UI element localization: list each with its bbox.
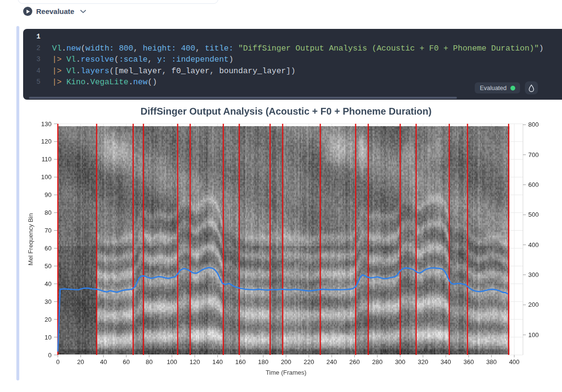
code-line: 3|> Vl.resolve(:scale, y: :independent) (23, 54, 562, 65)
notebook-page: Reevaluate 12Vl.new(width: 800, height: … (0, 0, 562, 392)
chevron-down-icon[interactable] (80, 10, 86, 13)
reevaluate-button[interactable]: Reevaluate (23, 7, 86, 16)
status-badge: Evaluated (475, 82, 520, 93)
code-line: 1 (23, 31, 562, 43)
svg-text:30: 30 (45, 298, 52, 305)
svg-text:100: 100 (528, 331, 539, 339)
play-icon (23, 7, 32, 16)
svg-text:90: 90 (45, 191, 52, 198)
svg-text:140: 140 (213, 358, 223, 366)
svg-text:60: 60 (123, 358, 130, 366)
droplet-button[interactable] (525, 81, 538, 94)
svg-text:100: 100 (41, 173, 52, 181)
svg-text:320: 320 (418, 358, 428, 366)
svg-text:360: 360 (463, 358, 474, 366)
code-editor[interactable]: 12Vl.new(width: 800, height: 400, title:… (23, 29, 562, 100)
svg-text:120: 120 (41, 138, 52, 145)
svg-text:260: 260 (349, 358, 360, 366)
chart-title: DiffSinger Output Analysis (Acoustic + F… (58, 106, 514, 117)
svg-text:400: 400 (528, 241, 539, 248)
code-line: 2Vl.new(width: 800, height: 400, title: … (23, 43, 562, 54)
svg-text:700: 700 (528, 151, 539, 158)
svg-text:80: 80 (45, 209, 52, 216)
svg-text:220: 220 (304, 358, 314, 366)
svg-text:70: 70 (45, 227, 52, 234)
svg-text:40: 40 (45, 280, 52, 287)
svg-text:120: 120 (189, 358, 200, 366)
svg-text:20: 20 (45, 316, 52, 323)
svg-text:400: 400 (509, 358, 520, 366)
svg-text:280: 280 (372, 358, 383, 366)
vega-lite-output: 0102030405060708090100110120130100200300… (0, 104, 562, 392)
svg-text:60: 60 (45, 245, 52, 252)
svg-text:380: 380 (486, 358, 497, 366)
svg-text:50: 50 (45, 262, 52, 270)
svg-text:110: 110 (41, 156, 52, 163)
x-axis-title: Time (Frames) (58, 369, 514, 376)
svg-text:500: 500 (528, 211, 539, 218)
svg-text:800: 800 (528, 121, 539, 128)
svg-text:0: 0 (56, 358, 59, 366)
svg-text:40: 40 (100, 358, 107, 366)
svg-text:240: 240 (326, 358, 337, 366)
svg-text:20: 20 (77, 358, 84, 366)
svg-text:600: 600 (528, 181, 539, 188)
svg-text:100: 100 (167, 358, 177, 366)
svg-text:200: 200 (281, 358, 292, 366)
code-lines: 12Vl.new(width: 800, height: 400, title:… (23, 29, 562, 88)
svg-text:300: 300 (528, 271, 539, 278)
y-axis-title: Mel Frequency Bin (27, 213, 34, 265)
reevaluate-label: Reevaluate (36, 7, 74, 15)
svg-text:300: 300 (395, 358, 405, 366)
status-dot (510, 86, 515, 91)
svg-text:340: 340 (441, 358, 451, 366)
previous-cell-edge (18, 0, 218, 4)
droplet-icon (528, 84, 535, 92)
svg-text:0: 0 (48, 352, 52, 359)
svg-text:10: 10 (45, 334, 52, 341)
horizontal-scrollbar[interactable] (29, 97, 457, 99)
chart-overlay: 0102030405060708090100110120130100200300… (0, 104, 562, 392)
code-line: 4|> Vl.layers([mel_layer, f0_layer, boun… (23, 65, 562, 77)
svg-text:200: 200 (528, 301, 539, 308)
svg-text:180: 180 (258, 358, 268, 366)
svg-text:130: 130 (41, 120, 52, 128)
svg-text:80: 80 (146, 358, 152, 366)
status-label: Evaluated (480, 85, 507, 91)
svg-text:160: 160 (235, 358, 246, 366)
